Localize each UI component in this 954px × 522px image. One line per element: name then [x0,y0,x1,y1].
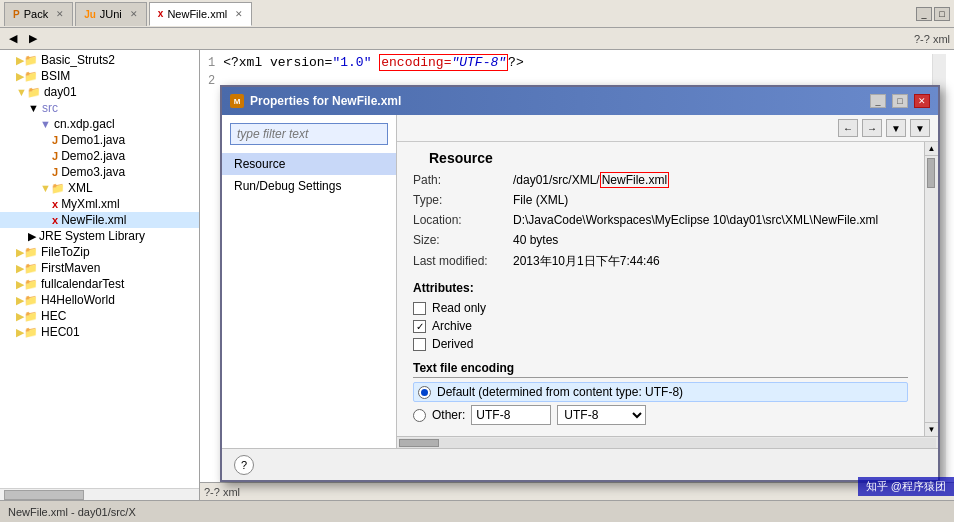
default-encoding-radio[interactable] [418,386,431,399]
other-encoding-radio[interactable] [413,409,426,422]
folder-icon: ▶📁 [16,54,38,67]
vscroll-up-btn[interactable]: ▲ [925,142,938,156]
dialog-scrollable[interactable]: Resource Path: /day01/src/XML/NewFile.xm… [397,142,924,436]
section-title: Resource [413,142,908,170]
folder-icon: ▼📁 [16,86,41,99]
newfile-icon: x [158,8,164,19]
tab-juni-close[interactable]: ✕ [130,9,138,19]
pkg-icon: ▼ [40,118,51,130]
tree-item-newfile[interactable]: x NewFile.xml [0,212,199,228]
tree-item-fullcalendar[interactable]: ▶📁 fullcalendarTest [0,276,199,292]
tree-item-hec[interactable]: ▶📁 HEC [0,308,199,324]
dialog-close-btn[interactable]: ✕ [914,94,930,108]
tab-juni-label: JUni [100,8,122,20]
tree-item-demo1[interactable]: J Demo1.java [0,132,199,148]
tree-item-xml-folder[interactable]: ▼📁 XML [0,180,199,196]
attributes-header: Attributes: [413,281,908,295]
dialog-down-btn[interactable]: ▼ [886,119,906,137]
hscroll-thumb[interactable] [399,439,439,447]
prop-row-type: Type: File (XML) [413,190,908,210]
location-label: Location: [413,213,513,227]
type-value: File (XML) [513,193,908,207]
nav-item-resource[interactable]: Resource [222,153,396,175]
code-line-1: <?xml version="1.0" encoding="UTF-8"?> [223,54,932,72]
tab-newfile[interactable]: x NewFile.xml ✕ [149,2,252,26]
tree-item-src[interactable]: ▼ src [0,100,199,116]
dialog-fwd-btn[interactable]: → [862,119,882,137]
prop-row-path: Path: /day01/src/XML/NewFile.xml [413,170,908,190]
vscroll-thumb[interactable] [927,158,935,188]
sidebar-hscroll[interactable] [0,488,199,500]
status-bar: NewFile.xml - day01/src/X [0,500,954,522]
tree-item-demo3[interactable]: J Demo3.java [0,164,199,180]
editor-status-label: ?-? xml [914,33,950,45]
hscroll-thumb[interactable] [4,490,84,500]
tab-pack-label: Pack [24,8,48,20]
dialog-vscroll[interactable]: ▲ ▼ [924,142,938,436]
dialog-maximize-btn[interactable]: □ [892,94,908,108]
tab-juni[interactable]: Ju JUni ✕ [75,2,147,26]
pack-icon: P [13,9,20,20]
help-button[interactable]: ? [234,455,254,475]
encoding-label: Text file encoding [413,361,908,378]
tab-pack-close[interactable]: ✕ [56,9,64,19]
juni-icon: Ju [84,9,96,20]
tree-item-h4hello[interactable]: ▶📁 H4HelloWorld [0,292,199,308]
folder-icon: ▶📁 [16,246,38,259]
project-tree: ▶📁 Basic_Struts2 ▶📁 BSIM ▼📁 day01 ▼ [0,50,199,488]
archive-label: Archive [432,319,472,333]
hscroll-track [399,438,936,448]
properties-dialog[interactable]: M Properties for NewFile.xml _ □ ✕ Resou… [220,85,940,482]
toolbar-back-btn[interactable]: ◀ [4,30,22,48]
dialog-toolbar: ← → ▼ ▼ [397,115,938,142]
vscroll-down-btn[interactable]: ▼ [925,422,938,436]
tree-item-basic-struts2[interactable]: ▶📁 Basic_Struts2 [0,52,199,68]
maximize-btn[interactable]: □ [934,7,950,21]
window-controls: _ □ [916,7,950,21]
readonly-checkbox[interactable] [413,302,426,315]
toolbar-fwd-btn[interactable]: ▶ [24,30,42,48]
prop-row-location: Location: D:\JavaCode\Workspaces\MyEclip… [413,210,908,230]
dialog-title: Properties for NewFile.xml [250,94,864,108]
editor-status-bar: ?-? xml [200,482,954,500]
encoding-dropdown[interactable]: UTF-8 UTF-16 ISO-8859-1 [557,405,646,425]
folder-icon: ▶📁 [16,262,38,275]
dialog-hscroll[interactable] [397,436,938,448]
dialog-main-content: ← → ▼ ▼ Resource Path: /day01/sr [397,115,938,448]
line-numbers: 1 2 [208,54,215,478]
dialog-body: Resource Run/Debug Settings ← → ▼ ▼ [222,115,938,448]
modified-label: Last modified: [413,254,513,268]
checkbox-row-archive: ✓ Archive [413,317,908,335]
tree-item-hec01[interactable]: ▶📁 HEC01 [0,324,199,340]
filter-input[interactable] [230,123,388,145]
tab-newfile-close[interactable]: ✕ [235,9,243,19]
tree-item-demo2[interactable]: J Demo2.java [0,148,199,164]
content-with-scroll: Resource Path: /day01/src/XML/NewFile.xm… [397,142,938,436]
folder-icon: ▼📁 [40,182,65,195]
size-value: 40 bytes [513,233,908,247]
other-encoding-input[interactable] [471,405,551,425]
archive-checkbox[interactable]: ✓ [413,320,426,333]
jre-icon: ▶ [28,230,36,243]
tree-item-myxml[interactable]: x MyXml.xml [0,196,199,212]
derived-label: Derived [432,337,473,351]
dialog-menu-btn[interactable]: ▼ [910,119,930,137]
nav-item-rundebug[interactable]: Run/Debug Settings [222,175,396,197]
tree-item-firstmaven[interactable]: ▶📁 FirstMaven [0,260,199,276]
dialog-footer: ? [222,448,938,480]
tree-item-day01[interactable]: ▼📁 day01 [0,84,199,100]
dialog-titlebar: M Properties for NewFile.xml _ □ ✕ [222,87,938,115]
derived-checkbox[interactable] [413,338,426,351]
tree-item-jre[interactable]: ▶ JRE System Library [0,228,199,244]
tab-pack[interactable]: P Pack ✕ [4,2,73,26]
checkbox-row-readonly: Read only [413,299,908,317]
tree-item-bsim[interactable]: ▶📁 BSIM [0,68,199,84]
dialog-back-btn[interactable]: ← [838,119,858,137]
tree-item-filetozip[interactable]: ▶📁 FileToZip [0,244,199,260]
project-explorer: ▶📁 Basic_Struts2 ▶📁 BSIM ▼📁 day01 ▼ [0,50,200,500]
location-value: D:\JavaCode\Workspaces\MyEclipse 10\day0… [513,213,908,227]
minimize-btn[interactable]: _ [916,7,932,21]
tree-item-pkg[interactable]: ▼ cn.xdp.gacl [0,116,199,132]
dialog-minimize-btn[interactable]: _ [870,94,886,108]
folder-icon: ▶📁 [16,294,38,307]
